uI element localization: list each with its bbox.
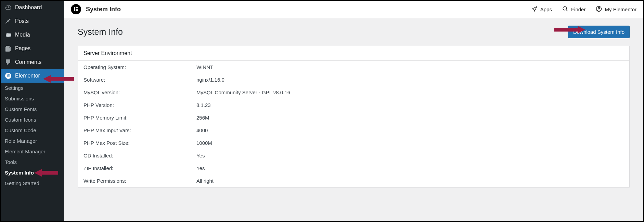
sidebar-sub-custom-icons[interactable]: Custom Icons: [1, 114, 64, 125]
download-system-info-button[interactable]: Download System Info: [568, 26, 630, 38]
sidebar-sub-custom-code[interactable]: Custom Code: [1, 125, 64, 136]
sidebar-item-pages[interactable]: Pages: [1, 42, 64, 55]
topbar-title: System Info: [86, 6, 121, 13]
info-label: ZIP Installed:: [83, 165, 196, 171]
info-label: GD Installed:: [83, 153, 196, 158]
sidebar-item-label: Dashboard: [15, 4, 42, 11]
info-value: 256M: [196, 115, 209, 121]
info-value: MySQL Community Server - GPL v8.0.16: [196, 89, 290, 95]
sidebar-sub-element-manager[interactable]: Element Manager: [1, 146, 64, 157]
svg-rect-8: [76, 9, 78, 10]
content: System Info Download System Info Server …: [64, 18, 643, 221]
sidebar-item-label: Comments: [15, 59, 41, 65]
sidebar-item-posts[interactable]: Posts: [1, 14, 64, 28]
info-row: MySQL version:MySQL Community Server - G…: [78, 86, 629, 99]
sidebar-item-dashboard[interactable]: Dashboard: [1, 1, 64, 14]
info-value: Yes: [196, 153, 205, 158]
topbar-link-apps[interactable]: Apps: [531, 6, 552, 13]
svg-rect-6: [74, 7, 75, 11]
sidebar-item-media[interactable]: Media: [1, 28, 64, 42]
info-label: PHP Max Post Size:: [83, 140, 196, 146]
svg-rect-9: [76, 10, 78, 11]
info-row: Software:nginx/1.16.0: [78, 73, 629, 86]
media-icon: [5, 31, 12, 38]
info-row: Operating System:WINNT: [78, 61, 629, 73]
info-label: PHP Memory Limit:: [83, 115, 196, 121]
topbar-link-label: My Elementor: [605, 6, 636, 12]
info-label: Operating System:: [83, 64, 196, 70]
apps-icon: [531, 6, 538, 13]
svg-rect-2: [7, 74, 8, 77]
sidebar-item-label: Media: [15, 32, 30, 38]
admin-sidebar: Dashboard Posts Media Pages Comments: [1, 1, 64, 221]
topbar-link-label: Apps: [540, 6, 552, 12]
sidebar-sub-role-manager[interactable]: Role Manager: [1, 136, 64, 146]
page-title: System Info: [78, 27, 123, 37]
sidebar-sub-settings[interactable]: Settings: [1, 83, 64, 93]
info-value: 1000M: [196, 140, 212, 146]
svg-rect-4: [8, 75, 10, 76]
topbar: System Info Apps Finder: [64, 1, 643, 18]
elementor-logo-icon: [71, 4, 81, 14]
sidebar-sub-system-info[interactable]: System Info: [1, 167, 64, 178]
info-row: PHP Max Input Vars:4000: [78, 124, 629, 137]
info-label: Software:: [83, 77, 196, 83]
info-row: GD Installed:Yes: [78, 149, 629, 162]
info-value: 4000: [196, 127, 208, 133]
main-area: System Info Apps Finder: [64, 1, 643, 221]
panel-title: Server Environment: [78, 46, 629, 61]
sidebar-item-label: Posts: [15, 18, 29, 24]
info-value: WINNT: [196, 64, 213, 70]
topbar-link-label: Finder: [571, 6, 586, 12]
info-row: PHP Max Post Size:1000M: [78, 137, 629, 149]
topbar-link-finder[interactable]: Finder: [562, 6, 586, 13]
topbar-right: Apps Finder My Elementor: [531, 6, 636, 13]
pin-icon: [5, 18, 12, 25]
svg-rect-7: [76, 7, 78, 8]
info-rows: Operating System:WINNTSoftware:nginx/1.1…: [78, 61, 629, 187]
sidebar-sub-submissions[interactable]: Submissions: [1, 93, 64, 104]
sidebar-sub-getting-started[interactable]: Getting Started: [1, 178, 64, 189]
svg-line-11: [566, 10, 568, 11]
page-header: System Info Download System Info: [78, 26, 630, 38]
info-label: Write Permissions:: [83, 178, 196, 184]
topbar-left: System Info: [71, 4, 121, 14]
info-row: Write Permissions:All right: [78, 175, 629, 187]
sidebar-item-comments[interactable]: Comments: [1, 55, 64, 69]
info-row: PHP Version:8.1.23: [78, 99, 629, 111]
sidebar-sub-tools[interactable]: Tools: [1, 157, 64, 167]
sidebar-sub-custom-fonts[interactable]: Custom Fonts: [1, 104, 64, 114]
sidebar-item-label: Pages: [15, 45, 30, 52]
svg-rect-5: [8, 77, 10, 77]
svg-point-10: [563, 6, 567, 10]
user-icon: [596, 6, 602, 13]
server-environment-panel: Server Environment Operating System:WINN…: [78, 46, 630, 188]
info-value: 8.1.23: [196, 102, 211, 108]
info-label: PHP Version:: [83, 102, 196, 108]
sidebar-item-elementor[interactable]: Elementor: [1, 69, 64, 83]
info-value: All right: [196, 178, 214, 184]
info-label: MySQL version:: [83, 89, 196, 95]
elementor-icon: [5, 72, 12, 79]
search-icon: [562, 6, 568, 13]
info-row: PHP Memory Limit:256M: [78, 111, 629, 124]
info-value: nginx/1.16.0: [196, 77, 224, 83]
comment-icon: [5, 59, 12, 66]
sidebar-item-label: Elementor: [15, 73, 40, 79]
dashboard-icon: [5, 4, 12, 11]
info-value: Yes: [196, 165, 205, 171]
pages-icon: [5, 45, 12, 52]
svg-rect-3: [8, 74, 10, 75]
info-label: PHP Max Input Vars:: [83, 127, 196, 133]
svg-point-0: [7, 33, 8, 35]
info-row: ZIP Installed:Yes: [78, 162, 629, 175]
svg-point-13: [598, 7, 600, 9]
topbar-link-my-elementor[interactable]: My Elementor: [596, 6, 636, 13]
